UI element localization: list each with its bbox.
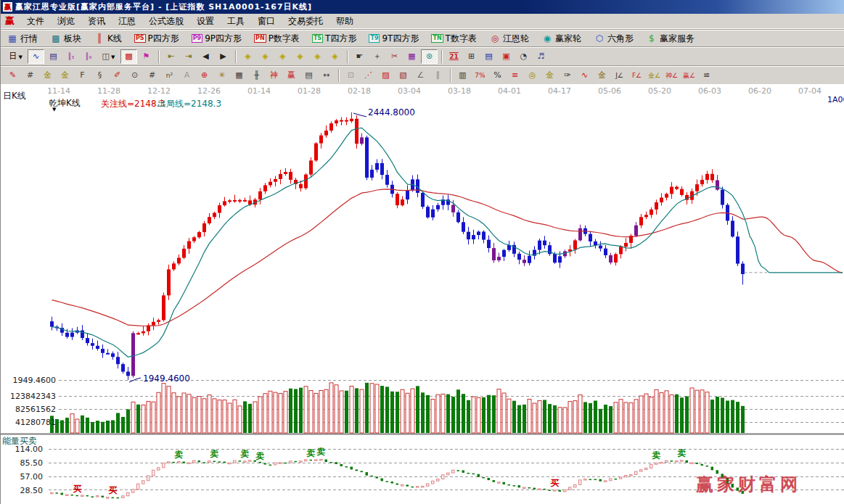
info-panel-button[interactable]: ▤: [45, 49, 62, 64]
w-pattern-button[interactable]: ≌: [698, 68, 715, 83]
candle-body[interactable]: [589, 234, 592, 241]
candle-body[interactable]: [721, 190, 724, 205]
candle-body[interactable]: [243, 200, 247, 202]
diamond-full-button[interactable]: ◈: [309, 49, 326, 64]
diamond-expand-button[interactable]: ◈: [257, 49, 274, 64]
candle-body[interactable]: [406, 190, 409, 199]
candle-body[interactable]: [228, 200, 232, 202]
candle-body[interactable]: [421, 193, 425, 207]
candle-body[interactable]: [634, 226, 638, 236]
candle-body[interactable]: [482, 231, 485, 239]
candle-body[interactable]: [710, 174, 714, 181]
candle-body[interactable]: [558, 256, 562, 263]
candle-body[interactable]: [345, 120, 348, 122]
toolbar-item-gann-wheel[interactable]: ◎江恩轮: [488, 32, 530, 46]
candle-body[interactable]: [65, 333, 69, 337]
candle-body[interactable]: [335, 120, 338, 123]
candle-body[interactable]: [456, 212, 460, 222]
candle-body[interactable]: [238, 200, 242, 202]
star-burst-button[interactable]: ✳: [213, 68, 230, 83]
toolbar-item-t-square[interactable]: TST四方形: [311, 32, 359, 46]
draw-pen-button[interactable]: ✎: [4, 68, 21, 83]
candle-body[interactable]: [650, 210, 653, 215]
candle-body[interactable]: [655, 202, 658, 210]
candle-body[interactable]: [182, 249, 186, 258]
web-grid-button[interactable]: ▦: [231, 68, 247, 83]
candle-body[interactable]: [223, 201, 226, 205]
candle-body[interactable]: [329, 123, 333, 131]
percent-tool-button[interactable]: %: [489, 68, 506, 83]
menu-item-trade[interactable]: 交易委托: [282, 14, 329, 29]
box-select-button[interactable]: ⊡: [343, 68, 359, 83]
candle-body[interactable]: [695, 184, 699, 191]
fan-lines-2-button[interactable]: ▨: [377, 68, 394, 83]
gold-angle-button[interactable]: 金∠: [646, 68, 663, 83]
candle-body[interactable]: [451, 205, 455, 212]
candle-body[interactable]: [208, 217, 211, 223]
candle-body[interactable]: [375, 163, 379, 170]
candle-body[interactable]: [431, 210, 435, 218]
candle-body[interactable]: [680, 189, 684, 195]
flag-marker-button[interactable]: ⚑: [138, 49, 155, 64]
candle-body[interactable]: [573, 240, 577, 249]
candle-body[interactable]: [599, 246, 602, 249]
shen-grid-button[interactable]: 神: [266, 68, 282, 83]
candle-body[interactable]: [309, 160, 313, 174]
menu-item-browse[interactable]: 浏览: [51, 14, 81, 29]
candle-body[interactable]: [157, 320, 160, 321]
candle-body[interactable]: [319, 136, 323, 144]
percent-7-button[interactable]: 7%: [472, 68, 488, 83]
crosshair-tool-button[interactable]: ＋: [369, 49, 385, 64]
candle-body[interactable]: [578, 228, 582, 241]
diamond-zoom-in-button[interactable]: ◈: [274, 49, 291, 64]
toolbar-item-p-digit-table[interactable]: PNP数字表: [253, 32, 301, 46]
jump-first-button[interactable]: ⇤: [163, 49, 179, 64]
fibo-grid-button[interactable]: F: [74, 68, 91, 83]
period-day-dropdown-icon[interactable]: ▼: [17, 54, 22, 60]
ma9-tool-button[interactable]: ║₉: [80, 49, 97, 64]
candle-body[interactable]: [477, 231, 480, 235]
brush-tool-button[interactable]: ✐: [109, 68, 126, 83]
refresh-clock-button[interactable]: ◔: [515, 49, 532, 64]
candle-body[interactable]: [705, 174, 709, 180]
toolbar-item-quotes[interactable]: ▦行情: [5, 32, 39, 46]
candle-body[interactable]: [523, 260, 526, 263]
erase-tool-button[interactable]: ✂: [386, 49, 403, 64]
candle-body[interactable]: [736, 236, 739, 263]
candle-body[interactable]: [284, 172, 287, 174]
candle-body[interactable]: [126, 371, 130, 376]
n-square-button[interactable]: n²: [161, 68, 178, 83]
media-player-button[interactable]: ♬: [533, 49, 549, 64]
menu-item-formula-picker[interactable]: 公式选股: [142, 14, 190, 29]
candle-body[interactable]: [716, 181, 719, 190]
candle-body[interactable]: [644, 215, 648, 217]
qiankun-kline-button[interactable]: ▩: [120, 49, 137, 64]
menu-item-gann[interactable]: 江恩: [112, 14, 142, 29]
candle-body[interactable]: [365, 137, 369, 177]
toolbar-item-9t-square[interactable]: T99T四方形: [367, 32, 420, 46]
ma3-tool-button[interactable]: ║₃: [62, 49, 79, 64]
candle-body[interactable]: [142, 331, 145, 334]
candle-body[interactable]: [385, 175, 389, 185]
candle-body[interactable]: [218, 205, 221, 212]
circle-cycle-button[interactable]: ⊙: [126, 68, 143, 83]
candle-body[interactable]: [619, 247, 623, 254]
save-button[interactable]: ▣: [498, 49, 515, 64]
candle-body[interactable]: [553, 254, 557, 263]
menu-item-settings[interactable]: 设置: [190, 14, 221, 29]
step-back-button[interactable]: ◀: [197, 49, 214, 64]
diamond-zoom-out-button[interactable]: ◈: [292, 49, 308, 64]
candle-body[interactable]: [639, 217, 643, 225]
candle-body[interactable]: [172, 263, 176, 269]
candle-body[interactable]: [670, 187, 673, 194]
toolbar-item-p-square[interactable]: PSP四方形: [133, 32, 181, 46]
candle-style-dropdown-icon[interactable]: ▼: [110, 54, 115, 60]
toolbar-item-9p-square[interactable]: P99P四方形: [190, 32, 243, 46]
candle-body[interactable]: [350, 119, 353, 121]
candle-body[interactable]: [396, 194, 399, 205]
candle-body[interactable]: [136, 333, 140, 334]
menu-item-news[interactable]: 资讯: [81, 14, 112, 29]
smart-analysis-button[interactable]: ⊛: [421, 49, 438, 64]
percent-lines-button[interactable]: ≡: [507, 68, 523, 83]
f-angle-button[interactable]: F∠: [628, 68, 645, 83]
